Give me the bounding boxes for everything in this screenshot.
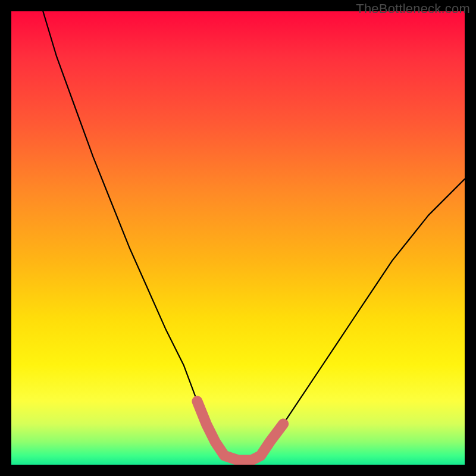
bottleneck-curve-path bbox=[43, 11, 465, 460]
watermark-text: TheBottleneck.com bbox=[356, 1, 470, 17]
plot-area bbox=[11, 11, 465, 465]
chart-svg bbox=[11, 11, 465, 465]
optimal-zone-path bbox=[197, 401, 283, 460]
chart-frame: TheBottleneck.com bbox=[0, 0, 476, 476]
